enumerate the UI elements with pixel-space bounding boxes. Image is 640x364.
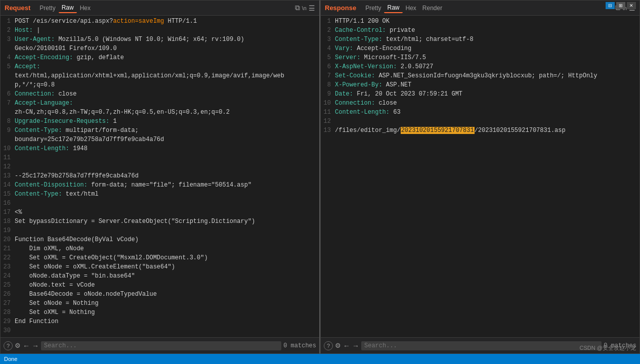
response-tab-pretty[interactable]: Pretty <box>362 4 384 13</box>
request-tab-raw[interactable]: Raw <box>59 3 77 13</box>
req-line-7: 7 Accept-Language: <box>1 100 319 109</box>
resp-back-icon[interactable]: ← <box>343 342 350 350</box>
request-copy-icon[interactable]: ⧉ <box>295 4 300 12</box>
resp-line-2: 2 Cache-Control: private <box>321 27 639 36</box>
resp-line-6: 6 X-AspNet-Version: 2.0.50727 <box>321 63 639 72</box>
request-matches: 0 matches <box>283 342 316 349</box>
resp-line-5: 5 Server: Microsoft-IIS/7.5 <box>321 54 639 63</box>
resp-line-11: 11 Content-Length: 63 <box>321 109 639 118</box>
resp-line-4: 4 Vary: Accept-Encoding <box>321 45 639 54</box>
req-line-23: 23 Set oNode = oXML.CreateElement("base6… <box>1 263 319 272</box>
grid-window-button[interactable]: ⊞ <box>616 2 625 9</box>
request-tab-hex[interactable]: Hex <box>77 4 94 13</box>
request-search-input[interactable] <box>41 341 281 350</box>
req-line-20: 20 Function Base64Decode(ByVal vCode) <box>1 236 319 245</box>
req-back-icon[interactable]: ← <box>23 342 30 350</box>
resp-line-3: 3 Content-Type: text/html; charset=utf-8 <box>321 36 639 45</box>
resp-line-8: 8 X-Powered-By: ASP.NET <box>321 81 639 90</box>
request-wrap-icon[interactable]: \n <box>302 5 307 11</box>
response-title: Response <box>325 4 356 12</box>
req-line-18: 18 Set bypassDictionary = Server.CreateO… <box>1 218 319 227</box>
req-line-3: 3 User-Agent: Mozilla/5.0 (Windows NT 10… <box>1 36 319 45</box>
req-line-5: 5 Accept: <box>1 63 319 72</box>
response-tab-render[interactable]: Render <box>419 4 445 13</box>
request-content: 1 POST /eis/service/api.aspx?action=save… <box>1 16 319 337</box>
resp-help-icon[interactable]: ? <box>324 341 333 350</box>
req-line-11: 11 <box>1 154 319 163</box>
response-content: 1 HTTP/1.1 200 OK 2 Cache-Control: priva… <box>321 16 639 337</box>
close-window-button[interactable]: ✕ <box>627 2 636 9</box>
response-tab-hex[interactable]: Hex <box>403 4 419 13</box>
req-line-21: 21 Dim oXML, oNode <box>1 245 319 254</box>
resp-settings-icon[interactable]: ⚙ <box>335 342 341 349</box>
req-line-22: 22 Set oXML = CreateObject("Msxml2.DOMDo… <box>1 254 319 263</box>
req-line-3b: Gecko/20100101 Firefox/109.0 <box>1 45 319 54</box>
req-line-19: 19 <box>1 227 319 236</box>
tile-window-button[interactable]: ⊟ <box>606 2 615 9</box>
resp-line-10: 10 Connection: close <box>321 100 639 109</box>
resp-line-7: 7 Set-Cookie: ASP.NET_SessionId=fuogn4m3… <box>321 72 639 81</box>
req-line-9: 9 Content-Type: multipart/form-data; <box>1 127 319 136</box>
req-line-5c: p,*/*;q=0.8 <box>1 81 319 90</box>
watermark: CSDN @安全攻赵小龙 <box>580 344 636 352</box>
req-line-5b: text/html,application/xhtml+xml,applicat… <box>1 72 319 81</box>
resp-line-12: 12 <box>321 118 639 127</box>
req-line-15: 15 Content-Type: text/html <box>1 191 319 200</box>
response-tab-raw[interactable]: Raw <box>384 3 402 13</box>
status-bar: Done <box>0 354 640 364</box>
req-help-icon[interactable]: ? <box>4 341 13 350</box>
resp-forward-icon[interactable]: → <box>352 342 359 350</box>
req-line-17: 17 <% <box>1 209 319 218</box>
req-line-8: 8 Upgrade-Insecure-Requests: 1 <box>1 118 319 127</box>
req-line-4: 4 Accept-Encoding: gzip, deflate <box>1 54 319 63</box>
req-line-9b: boundary=25c172e79b2758a7d7ff9fe9cab4a76… <box>1 136 319 145</box>
resp-line-13: 13 /files/editor_img/2023102015592170783… <box>321 127 639 136</box>
response-search-input[interactable] <box>361 341 602 350</box>
req-line-1: 1 POST /eis/service/api.aspx?action=save… <box>1 18 319 27</box>
req-line-2: 2 Host: | <box>1 27 319 36</box>
req-line-29: 29 End Function <box>1 318 319 327</box>
req-line-25: 25 oNode.text = vCode <box>1 282 319 291</box>
req-line-12: 12 <box>1 163 319 172</box>
req-line-7b: zh-CN,zh;q=0.8,zh-TW;q=0.7,zh-HK;q=0.5,e… <box>1 109 319 118</box>
req-line-6: 6 Connection: close <box>1 90 319 100</box>
req-line-30: 30 <box>1 327 319 336</box>
resp-line-9: 9 Date: Fri, 20 Oct 2023 07:59:21 GMT <box>321 90 639 100</box>
req-line-26: 26 Base64Decode = oNode.nodeTypedValue <box>1 291 319 300</box>
request-title: Request <box>5 4 30 12</box>
req-line-24: 24 oNode.dataType = "bin.base64" <box>1 272 319 282</box>
req-line-28: 28 Set oXML = Nothing <box>1 309 319 318</box>
req-line-14: 14 Content-Disposition: form-data; name=… <box>1 181 319 191</box>
req-line-27: 27 Set oNode = Nothing <box>1 300 319 309</box>
resp-line-1: 1 HTTP/1.1 200 OK <box>321 18 639 27</box>
req-line-10: 10 Content-Length: 1948 <box>1 145 319 154</box>
req-line-16: 16 <box>1 200 319 209</box>
request-tab-pretty[interactable]: Pretty <box>36 4 58 13</box>
req-forward-icon[interactable]: → <box>32 342 39 350</box>
request-menu-icon[interactable]: ☰ <box>309 4 315 12</box>
req-line-13: 13 --25c172e79b2758a7d7ff9fe9cab4a76d <box>1 172 319 181</box>
req-settings-icon[interactable]: ⚙ <box>15 342 21 349</box>
